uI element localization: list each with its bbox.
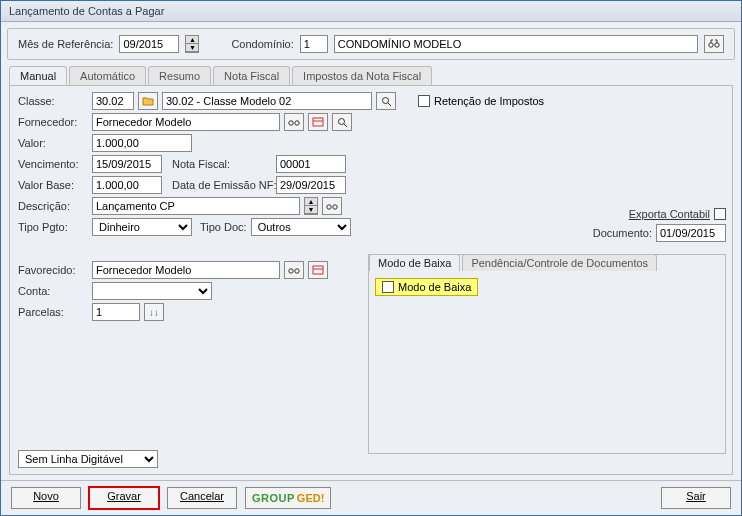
nota-input[interactable] <box>276 155 346 173</box>
mes-ref-label: Mês de Referência: <box>18 38 113 50</box>
descricao-spinner[interactable]: ▲▼ <box>304 197 318 215</box>
tab-automatico[interactable]: Automático <box>69 66 146 85</box>
nota-label: Nota Fiscal: <box>172 158 272 170</box>
card-fornecedor-icon[interactable] <box>308 113 328 131</box>
tipo-pgto-select[interactable]: Dinheiro <box>92 218 192 236</box>
inner-tab-modo[interactable]: Modo de Baixa <box>369 254 460 271</box>
binoculars-icon[interactable] <box>704 35 724 53</box>
svg-point-10 <box>327 205 331 209</box>
retencao-checkbox[interactable] <box>418 95 430 107</box>
binoculars-descricao-icon[interactable] <box>322 197 342 215</box>
descricao-input[interactable] <box>92 197 300 215</box>
favorecido-label: Favorecido: <box>18 264 88 276</box>
parcelas-input[interactable] <box>92 303 140 321</box>
bottom-bar: Novo Gravar Cancelar GROUP GED! Sair <box>1 480 741 515</box>
retencao-label: Retenção de Impostos <box>434 95 544 107</box>
gravar-button[interactable]: Gravar <box>89 487 159 509</box>
exporta-label: Exporta Contabil <box>629 208 710 220</box>
ged-button[interactable]: GROUP GED! <box>245 487 331 509</box>
conta-select[interactable] <box>92 282 212 300</box>
modo-baixa-label: Modo de Baixa <box>398 281 471 293</box>
modo-baixa-checkbox[interactable] <box>382 281 394 293</box>
svg-point-8 <box>338 118 344 124</box>
tab-body: Classe: Retenção de Impostos Fornecedor: <box>9 85 733 475</box>
condominio-nome-input[interactable] <box>334 35 698 53</box>
svg-point-12 <box>289 269 293 273</box>
svg-point-2 <box>382 97 388 103</box>
exporta-checkbox[interactable] <box>714 208 726 220</box>
venc-input[interactable] <box>92 155 162 173</box>
svg-point-1 <box>715 43 719 47</box>
tipo-doc-select[interactable]: Outros <box>251 218 351 236</box>
card-favorecido-icon[interactable] <box>308 261 328 279</box>
right-column: Exporta Contabil Documento: <box>593 208 726 242</box>
condominio-label: Condomínio: <box>231 38 293 50</box>
tab-resumo[interactable]: Resumo <box>148 66 211 85</box>
tab-nota[interactable]: Nota Fiscal <box>213 66 290 85</box>
binoculars-favorecido-icon[interactable] <box>284 261 304 279</box>
emissao-input[interactable] <box>276 176 346 194</box>
sair-button[interactable]: Sair <box>661 487 731 509</box>
ged-group-label: GROUP <box>252 492 295 504</box>
svg-point-4 <box>289 121 293 125</box>
svg-line-9 <box>344 124 347 127</box>
venc-label: Vencimento: <box>18 158 88 170</box>
svg-point-0 <box>709 43 713 47</box>
arrows-down-icon[interactable]: ↓↓ <box>144 303 164 321</box>
ged-label: GED! <box>297 492 325 504</box>
emissao-label: Data de Emissão NF: <box>172 179 272 191</box>
tab-impostos[interactable]: Impostos da Nota Fiscal <box>292 66 432 85</box>
classe-desc-input[interactable] <box>162 92 372 110</box>
window-title: Lançamento de Contas a Pagar <box>9 5 164 17</box>
valor-label: Valor: <box>18 137 88 149</box>
classe-code-input[interactable] <box>92 92 134 110</box>
app-window: Lançamento de Contas a Pagar Mês de Refe… <box>0 0 742 516</box>
tab-manual[interactable]: Manual <box>9 66 67 85</box>
svg-point-5 <box>295 121 299 125</box>
favorecido-input[interactable] <box>92 261 280 279</box>
svg-rect-14 <box>313 266 323 274</box>
valor-base-label: Valor Base: <box>18 179 88 191</box>
main-tabs: Manual Automático Resumo Nota Fiscal Imp… <box>9 66 733 85</box>
svg-rect-6 <box>313 118 323 126</box>
documento-label: Documento: <box>593 227 652 239</box>
svg-line-3 <box>388 103 391 106</box>
svg-point-11 <box>333 205 337 209</box>
modo-baixa-highlight[interactable]: Modo de Baixa <box>375 278 478 296</box>
valor-input[interactable] <box>92 134 192 152</box>
search-classe-icon[interactable] <box>376 92 396 110</box>
mes-ref-spinner[interactable]: ▲▼ <box>185 35 199 53</box>
cancelar-button[interactable]: Cancelar <box>167 487 237 509</box>
reference-bar: Mês de Referência: ▲▼ Condomínio: <box>7 28 735 60</box>
inner-panel: Modo de Baixa Pendência/Controle de Docu… <box>368 254 726 454</box>
fornecedor-label: Fornecedor: <box>18 116 88 128</box>
parcelas-label: Parcelas: <box>18 306 88 318</box>
classe-label: Classe: <box>18 95 88 107</box>
title-bar: Lançamento de Contas a Pagar <box>1 1 741 22</box>
svg-point-13 <box>295 269 299 273</box>
tipo-pgto-label: Tipo Pgto: <box>18 221 88 233</box>
inner-tab-pendencia[interactable]: Pendência/Controle de Documentos <box>462 254 657 271</box>
mes-ref-input[interactable] <box>119 35 179 53</box>
valor-base-input[interactable] <box>92 176 162 194</box>
fornecedor-input[interactable] <box>92 113 280 131</box>
digitavel-select[interactable]: Sem Linha Digitável <box>18 450 158 468</box>
novo-button[interactable]: Novo <box>11 487 81 509</box>
descricao-label: Descrição: <box>18 200 88 212</box>
documento-input[interactable] <box>656 224 726 242</box>
conta-label: Conta: <box>18 285 88 297</box>
binoculars-fornecedor-icon[interactable] <box>284 113 304 131</box>
condominio-num-input[interactable] <box>300 35 328 53</box>
search-fornecedor-icon[interactable] <box>332 113 352 131</box>
tipo-doc-label: Tipo Doc: <box>200 221 247 233</box>
folder-open-icon[interactable] <box>138 92 158 110</box>
